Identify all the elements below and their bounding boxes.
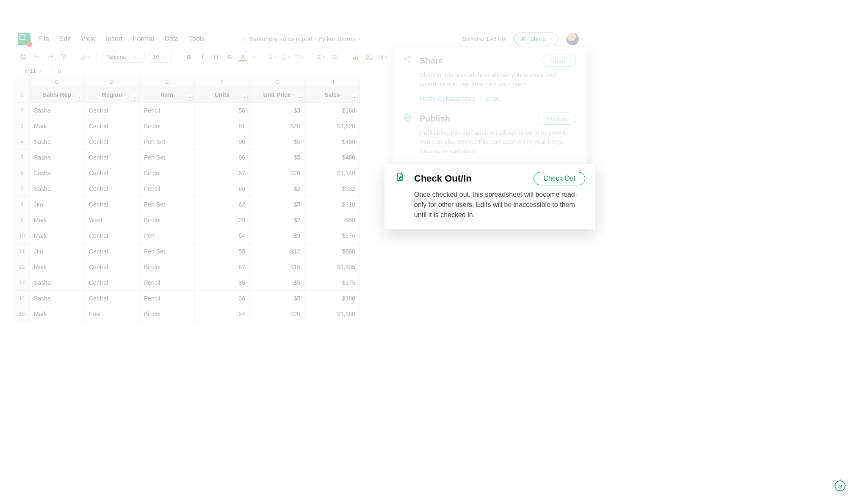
row-header[interactable]: 8 [14, 197, 30, 212]
cell-units[interactable]: 55 [195, 244, 250, 259]
cell-sales[interactable]: $58 [305, 212, 360, 228]
cell-region[interactable]: Central [85, 197, 140, 212]
cell-units[interactable]: 87 [195, 259, 250, 275]
cell-item[interactable]: Binder [140, 259, 195, 275]
format-painter-icon[interactable] [59, 52, 69, 62]
menu-file[interactable]: File [38, 35, 49, 43]
cell-item[interactable]: Binder [140, 165, 195, 181]
bold-button[interactable]: B [184, 53, 194, 61]
italic-button[interactable]: I [198, 53, 207, 61]
cell-region[interactable]: Central [85, 228, 140, 244]
cell-item[interactable]: Binder [140, 306, 195, 322]
filter-icon[interactable]: ▾ [132, 95, 138, 101]
row-header[interactable]: 2 [14, 103, 30, 118]
fill-color-icon[interactable]: ▾ [267, 52, 277, 62]
cell-item[interactable]: Pencil [140, 103, 195, 118]
cell-sales-rep[interactable]: Sasha [30, 165, 85, 181]
cell-sales[interactable]: $576 [305, 228, 360, 244]
notify-collaborators-link[interactable]: Notify Collaborators [420, 95, 476, 102]
cell-unit-price[interactable]: $20 [250, 165, 305, 181]
column-header[interactable]: F [195, 77, 250, 87]
cell-item[interactable]: Pen Set [140, 197, 195, 212]
cell-unit-price[interactable]: $15 [250, 259, 305, 275]
cell-sales-rep[interactable]: Mark [30, 118, 85, 134]
table-header-sales-rep[interactable]: Sales Rep▾ [30, 87, 85, 103]
cell-region[interactable]: Central [85, 134, 140, 150]
merge-cells-icon[interactable]: ▾ [294, 52, 304, 62]
cell-units[interactable]: 56 [195, 103, 250, 118]
cell-units[interactable]: 96 [195, 134, 250, 150]
cell-sales-rep[interactable]: Mark [30, 212, 85, 228]
checkout-action-button[interactable]: Check Out [534, 172, 585, 185]
cell-region[interactable]: Central [85, 259, 140, 275]
cell-sales[interactable]: $1,140 [305, 165, 360, 181]
cell-units[interactable]: 57 [195, 165, 250, 181]
cell-units[interactable]: 36 [195, 291, 250, 306]
row-header[interactable]: 15 [14, 306, 30, 322]
row-header[interactable]: 5 [14, 150, 30, 165]
row-header[interactable]: 12 [14, 259, 30, 275]
cell-region[interactable]: Central [85, 275, 140, 291]
column-header[interactable]: E [140, 77, 195, 87]
cell-sales-rep[interactable]: Jim [30, 244, 85, 259]
cell-unit-price[interactable]: $5 [250, 197, 305, 212]
filter-icon[interactable]: ▾ [352, 95, 358, 101]
cell-item[interactable]: Binder [140, 212, 195, 228]
assistant-badge-icon[interactable]: 24 [833, 479, 847, 493]
cell-sales-rep[interactable]: Sasha [30, 150, 85, 165]
cell-sales[interactable]: $168 [305, 103, 360, 118]
column-header[interactable]: H [305, 77, 360, 87]
cell-item[interactable]: Pencil [140, 291, 195, 306]
cell-units[interactable]: 94 [195, 306, 250, 322]
chat-link[interactable]: Chat [486, 95, 499, 102]
cell-region[interactable]: Central [85, 181, 140, 197]
cell-unit-price[interactable]: $20 [250, 306, 305, 322]
filter-icon[interactable]: ▾ [242, 95, 248, 101]
redo-icon[interactable] [46, 52, 55, 62]
strikethrough-button[interactable]: S [225, 53, 234, 61]
filter-icon[interactable]: ▾ [297, 95, 303, 101]
text-color-button[interactable]: A [238, 53, 248, 61]
row-header[interactable]: 6 [14, 165, 30, 181]
cell-sales-rep[interactable]: Mark [30, 306, 85, 322]
row-header[interactable]: 10 [14, 228, 30, 244]
menu-tools[interactable]: Tools [189, 35, 205, 43]
cell-units[interactable]: 29 [195, 212, 250, 228]
align-icon[interactable]: ▾ [316, 52, 325, 62]
row-header[interactable]: 1 [14, 87, 30, 103]
table-header-region[interactable]: Region▾ [85, 87, 140, 103]
cell-units[interactable]: 62 [195, 197, 250, 212]
chart-icon[interactable] [351, 52, 360, 62]
cell-units[interactable]: 64 [195, 228, 250, 244]
menu-format[interactable]: Format [133, 35, 155, 43]
menu-edit[interactable]: Edit [59, 35, 71, 43]
cell-region[interactable]: Central [85, 103, 140, 118]
cell-units[interactable]: 35 [195, 275, 250, 291]
table-header-units[interactable]: Units▾ [195, 87, 250, 103]
cell-units[interactable]: 81 [195, 118, 250, 134]
table-header-sales[interactable]: Sales▾ [305, 87, 360, 103]
cell-item[interactable]: Pen Set [140, 244, 195, 259]
cell-sales[interactable]: $1,880 [305, 306, 360, 322]
cell-unit-price[interactable]: $5 [250, 275, 305, 291]
cell-item[interactable]: Pen [140, 228, 195, 244]
cell-sales[interactable]: $132 [305, 181, 360, 197]
cell-sales-rep[interactable]: Sasha [30, 134, 85, 150]
cell-sales[interactable]: $1,305 [305, 259, 360, 275]
menu-data[interactable]: Data [164, 35, 179, 43]
row-header[interactable]: 11 [14, 244, 30, 259]
share-action-button[interactable]: Share [542, 55, 576, 67]
title-dropdown-icon[interactable]: ▾ [358, 36, 361, 41]
wrap-text-icon[interactable] [329, 52, 339, 62]
cell-sales[interactable]: $175 [305, 275, 360, 291]
cell-unit-price[interactable]: $2 [250, 212, 305, 228]
sort-icon[interactable]: AZ▾ [378, 52, 387, 62]
underline-button[interactable]: U [211, 53, 221, 61]
row-header[interactable]: 9 [14, 212, 30, 228]
cell-sales-rep[interactable]: Mark [30, 228, 85, 244]
select-all-corner[interactable] [14, 77, 30, 87]
cell-unit-price[interactable]: $20 [250, 118, 305, 134]
row-header[interactable]: 3 [14, 118, 30, 134]
cell-item[interactable]: Pencil [140, 275, 195, 291]
document-title[interactable]: Stationery sales report - Zylker Stores [249, 35, 356, 42]
